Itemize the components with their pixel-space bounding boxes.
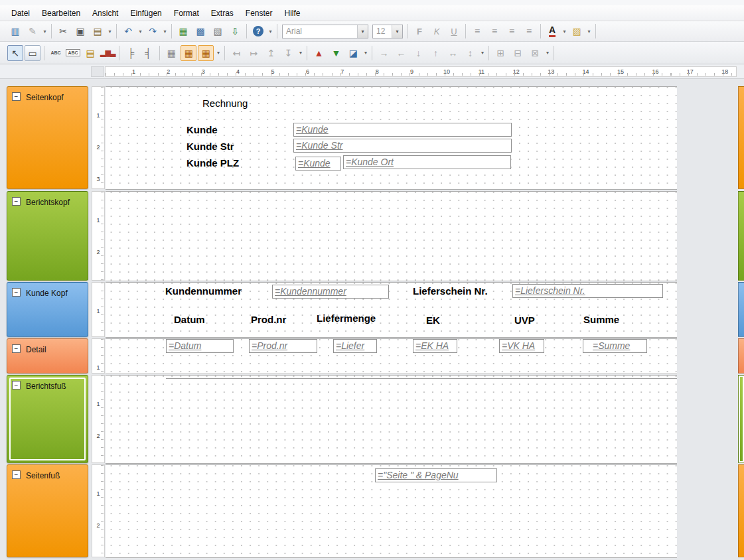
grid-options-dropdown-icon[interactable]: ▾ xyxy=(214,50,222,56)
bring-to-front-button[interactable]: ⊞ xyxy=(492,45,508,61)
menu-item[interactable]: Fenster xyxy=(240,7,279,20)
paste-dropdown-icon[interactable]: ▾ xyxy=(106,29,113,35)
font-size-combo[interactable]: 12▾ xyxy=(372,25,403,38)
helplines-while-moving-button[interactable]: ▦ xyxy=(198,45,214,61)
toolbar-overflow-dropdown-icon[interactable]: ▾ xyxy=(267,29,274,35)
italic-button[interactable]: K xyxy=(429,23,445,39)
redo-dropdown-icon[interactable]: ▾ xyxy=(161,29,169,35)
resize-options-dropdown-icon[interactable]: ▾ xyxy=(479,50,486,56)
align-right-edges-button[interactable]: ↦ xyxy=(246,45,261,61)
font-name-combo[interactable]: Arial▾ xyxy=(282,25,368,38)
insert-table-button[interactable]: ▦ xyxy=(175,23,191,39)
kunde-plz-field[interactable]: =Kunde xyxy=(295,157,341,171)
font-color-dropdown-icon[interactable]: ▾ xyxy=(561,29,568,35)
detail-field-summe[interactable]: =Summe xyxy=(583,339,647,353)
detail-field-uvp[interactable]: =VK HA xyxy=(499,339,544,353)
collapse-icon[interactable]: − xyxy=(12,470,21,479)
copy-button[interactable]: ▣ xyxy=(72,23,88,39)
canvas-berichtsfuss[interactable] xyxy=(106,375,677,464)
highlight-color-button[interactable]: ▨ xyxy=(569,23,585,39)
lieferschein-field[interactable]: =Lieferschein Nr. xyxy=(512,284,663,298)
center-in-section-button[interactable]: ◪ xyxy=(345,45,361,61)
menu-item[interactable]: Format xyxy=(168,7,205,20)
canvas-berichtskopf[interactable] xyxy=(106,191,677,281)
underline-button[interactable]: U xyxy=(446,23,462,39)
detail-field-liefermenge[interactable]: =Liefer xyxy=(333,339,377,353)
insert-chart-button[interactable]: ▂▆▃ xyxy=(100,45,115,61)
column-header-prodnr[interactable]: Prod.nr xyxy=(251,314,286,325)
send-to-back-button[interactable]: ⊟ xyxy=(510,45,526,61)
align-justify-button[interactable]: ≡ xyxy=(521,23,537,39)
kundennummer-label[interactable]: Kundennummer xyxy=(165,285,242,297)
menu-item[interactable]: Hilfe xyxy=(279,7,307,20)
report-footer-line[interactable] xyxy=(166,378,677,379)
kundennummer-field[interactable]: =Kundennummer xyxy=(272,285,389,299)
page-number-field[interactable]: ="Seite " & PageNu xyxy=(375,468,497,482)
group-objects-button[interactable]: ⊠ xyxy=(527,45,543,61)
snap-top-of-section-button[interactable]: ▲ xyxy=(311,45,327,61)
collapse-icon[interactable]: − xyxy=(12,381,21,389)
kunde-str-field[interactable]: =Kunde Str xyxy=(293,139,512,153)
column-header-datum[interactable]: Datum xyxy=(174,314,205,325)
highlight-color-dropdown-icon[interactable]: ▾ xyxy=(585,29,593,35)
shrink-section-button[interactable]: ╞ xyxy=(123,45,139,61)
undo-button[interactable]: ↶ xyxy=(120,23,136,39)
collapse-icon[interactable]: − xyxy=(12,197,21,206)
lieferschein-label[interactable]: Lieferschein Nr. xyxy=(413,285,488,297)
menu-item[interactable]: Extras xyxy=(205,7,240,20)
edit-mode-dropdown-icon[interactable]: ▾ xyxy=(41,29,48,35)
redo-button[interactable]: ↷ xyxy=(145,23,161,39)
arrange-options-dropdown-icon[interactable]: ▾ xyxy=(544,50,551,56)
menu-item[interactable]: Einfügen xyxy=(124,7,167,20)
column-header-liefermenge[interactable]: Liefermenge xyxy=(317,313,376,324)
column-header-ek[interactable]: EK xyxy=(426,315,440,326)
fit-smallest-width-button[interactable]: → xyxy=(376,45,392,61)
canvas-seitenkopf[interactable] xyxy=(106,86,677,190)
insert-formatted-field-button[interactable]: ▤ xyxy=(82,45,98,61)
font-size-dropdown-icon[interactable]: ▾ xyxy=(392,25,402,38)
equal-height-button[interactable]: ↕ xyxy=(462,45,478,61)
column-header-summe[interactable]: Summe xyxy=(583,314,619,325)
insert-label-button[interactable]: ABC xyxy=(48,45,64,61)
section-alignment-dropdown-icon[interactable]: ▾ xyxy=(362,50,369,56)
section-header-detail[interactable]: − Detail xyxy=(7,338,88,374)
detail-field-prodnr[interactable]: =Prod.nr xyxy=(249,339,317,353)
kunde-str-label[interactable]: Kunde Str xyxy=(186,141,234,152)
align-right-button[interactable]: ≡ xyxy=(504,23,520,39)
snap-to-grid-button[interactable]: ▦ xyxy=(181,45,196,61)
report-title-label[interactable]: Rechnung xyxy=(202,98,248,109)
select-pointer-button[interactable]: ↖ xyxy=(7,45,23,61)
menu-item[interactable]: Ansicht xyxy=(86,7,124,20)
menu-item[interactable]: Datei xyxy=(5,7,36,20)
fit-greatest-height-button[interactable]: ↑ xyxy=(427,45,443,61)
section-header-kunde-kopf[interactable]: − Kunde Kopf xyxy=(7,282,88,337)
paste-button[interactable]: ▤ xyxy=(90,23,106,39)
fit-greatest-width-button[interactable]: ← xyxy=(393,45,409,61)
insert-text-field-button[interactable]: ABC xyxy=(65,45,81,61)
detail-field-datum[interactable]: =Datum xyxy=(166,339,234,353)
insert-report-button[interactable]: ▧ xyxy=(210,23,226,39)
section-header-berichtsfuss[interactable]: − Berichtsfuß xyxy=(7,375,88,463)
section-header-seitenfuss[interactable]: − Seitenfuß xyxy=(7,464,88,557)
align-left-button[interactable]: ≡ xyxy=(469,23,485,39)
font-color-button[interactable]: A xyxy=(544,23,560,39)
fit-smallest-height-button[interactable]: ↓ xyxy=(410,45,426,61)
help-button[interactable]: ? xyxy=(250,23,266,39)
edit-mode-button[interactable]: ✎ xyxy=(25,23,40,39)
kunde-plz-label[interactable]: Kunde PLZ xyxy=(186,157,239,169)
section-header-seitenkopf[interactable]: − Seitenkopf xyxy=(7,86,88,189)
snap-bottom-of-section-button[interactable]: ▼ xyxy=(328,45,344,61)
save-button[interactable]: ▥ xyxy=(7,23,23,39)
expand-section-button[interactable]: ╡ xyxy=(140,45,156,61)
align-bottom-edges-button[interactable]: ↧ xyxy=(280,45,296,61)
font-name-dropdown-icon[interactable]: ▾ xyxy=(357,25,368,38)
export-button[interactable]: ⇩ xyxy=(227,23,243,39)
column-header-uvp[interactable]: UVP xyxy=(514,315,535,326)
undo-dropdown-icon[interactable]: ▾ xyxy=(137,29,144,35)
detail-field-ek[interactable]: =EK HA xyxy=(413,339,457,353)
insert-form-button[interactable]: ▩ xyxy=(192,23,208,39)
kunde-field[interactable]: =Kunde xyxy=(293,123,512,137)
toggle-grid-button[interactable]: ▦ xyxy=(163,45,179,61)
kunde-label[interactable]: Kunde xyxy=(186,124,218,135)
equal-width-button[interactable]: ↔ xyxy=(445,45,461,61)
